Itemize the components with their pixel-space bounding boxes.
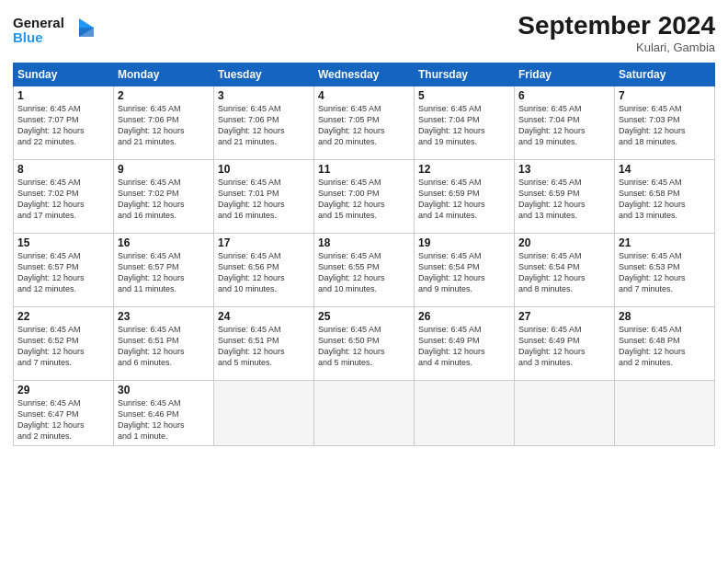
day-info: Sunrise: 6:45 AM Sunset: 7:06 PM Dayligh… xyxy=(118,103,210,148)
calendar-cell: 16Sunrise: 6:45 AM Sunset: 6:57 PM Dayli… xyxy=(114,234,214,307)
day-number: 24 xyxy=(218,310,310,323)
day-info: Sunrise: 6:45 AM Sunset: 6:57 PM Dayligh… xyxy=(118,250,210,295)
calendar-cell: 2Sunrise: 6:45 AM Sunset: 7:06 PM Daylig… xyxy=(114,86,214,160)
day-of-week-header: Friday xyxy=(515,63,615,86)
day-info: Sunrise: 6:45 AM Sunset: 7:07 PM Dayligh… xyxy=(17,103,109,148)
day-number: 18 xyxy=(318,236,410,249)
day-info: Sunrise: 6:45 AM Sunset: 6:52 PM Dayligh… xyxy=(17,324,109,369)
day-info: Sunrise: 6:45 AM Sunset: 6:46 PM Dayligh… xyxy=(118,397,210,442)
calendar-cell: 6Sunrise: 6:45 AM Sunset: 7:04 PM Daylig… xyxy=(515,86,615,160)
calendar-cell: 23Sunrise: 6:45 AM Sunset: 6:51 PM Dayli… xyxy=(114,307,214,381)
calendar-cell: 21Sunrise: 6:45 AM Sunset: 6:53 PM Dayli… xyxy=(615,234,715,307)
calendar-cell: 18Sunrise: 6:45 AM Sunset: 6:55 PM Dayli… xyxy=(314,234,415,307)
calendar-cell: 11Sunrise: 6:45 AM Sunset: 7:00 PM Dayli… xyxy=(314,160,415,234)
calendar-cell: 27Sunrise: 6:45 AM Sunset: 6:49 PM Dayli… xyxy=(515,307,615,381)
calendar-cell: 17Sunrise: 6:45 AM Sunset: 6:56 PM Dayli… xyxy=(214,234,314,307)
day-number: 7 xyxy=(619,89,711,102)
day-info: Sunrise: 6:45 AM Sunset: 6:57 PM Dayligh… xyxy=(17,250,109,295)
day-number: 15 xyxy=(17,236,109,249)
calendar-cell: 19Sunrise: 6:45 AM Sunset: 6:54 PM Dayli… xyxy=(415,234,515,307)
day-info: Sunrise: 6:45 AM Sunset: 6:54 PM Dayligh… xyxy=(518,250,610,295)
calendar-cell: 14Sunrise: 6:45 AM Sunset: 6:58 PM Dayli… xyxy=(615,160,715,234)
calendar-cell: 29Sunrise: 6:45 AM Sunset: 6:47 PM Dayli… xyxy=(14,381,114,446)
day-of-week-header: Saturday xyxy=(615,63,715,86)
calendar-cell: 26Sunrise: 6:45 AM Sunset: 6:49 PM Dayli… xyxy=(415,307,515,381)
day-number: 12 xyxy=(418,163,510,176)
calendar-cell: 5Sunrise: 6:45 AM Sunset: 7:04 PM Daylig… xyxy=(415,86,515,160)
day-number: 10 xyxy=(218,163,310,176)
day-info: Sunrise: 6:45 AM Sunset: 6:54 PM Dayligh… xyxy=(418,250,510,295)
day-info: Sunrise: 6:45 AM Sunset: 6:49 PM Dayligh… xyxy=(518,324,610,369)
logo: General Blue xyxy=(13,11,96,55)
calendar-cell xyxy=(415,381,515,446)
day-number: 22 xyxy=(17,310,109,323)
calendar-cell: 13Sunrise: 6:45 AM Sunset: 6:59 PM Dayli… xyxy=(515,160,615,234)
day-info: Sunrise: 6:45 AM Sunset: 7:02 PM Dayligh… xyxy=(17,177,109,222)
calendar-cell: 22Sunrise: 6:45 AM Sunset: 6:52 PM Dayli… xyxy=(14,307,114,381)
day-of-week-header: Monday xyxy=(114,63,214,86)
day-number: 29 xyxy=(17,384,109,396)
day-info: Sunrise: 6:45 AM Sunset: 6:51 PM Dayligh… xyxy=(218,324,310,369)
day-info: Sunrise: 6:45 AM Sunset: 6:50 PM Dayligh… xyxy=(318,324,410,369)
calendar-cell xyxy=(615,381,715,446)
svg-text:General: General xyxy=(13,15,64,30)
day-number: 26 xyxy=(418,310,510,323)
day-info: Sunrise: 6:45 AM Sunset: 7:06 PM Dayligh… xyxy=(218,103,310,148)
day-number: 1 xyxy=(17,89,109,102)
day-info: Sunrise: 6:45 AM Sunset: 6:56 PM Dayligh… xyxy=(218,250,310,295)
day-info: Sunrise: 6:45 AM Sunset: 6:51 PM Dayligh… xyxy=(118,324,210,369)
day-number: 28 xyxy=(619,310,711,323)
day-info: Sunrise: 6:45 AM Sunset: 6:59 PM Dayligh… xyxy=(518,177,610,222)
svg-marker-3 xyxy=(79,28,94,37)
calendar-cell: 7Sunrise: 6:45 AM Sunset: 7:03 PM Daylig… xyxy=(615,86,715,160)
calendar-cell xyxy=(515,381,615,446)
svg-text:Blue: Blue xyxy=(13,29,43,45)
day-info: Sunrise: 6:45 AM Sunset: 7:04 PM Dayligh… xyxy=(518,103,610,148)
day-number: 17 xyxy=(218,236,310,249)
day-info: Sunrise: 6:45 AM Sunset: 7:01 PM Dayligh… xyxy=(218,177,310,222)
day-number: 13 xyxy=(518,163,610,176)
calendar-cell: 12Sunrise: 6:45 AM Sunset: 6:59 PM Dayli… xyxy=(415,160,515,234)
day-number: 6 xyxy=(518,89,610,102)
logo-icon: General Blue xyxy=(13,11,96,52)
day-info: Sunrise: 6:45 AM Sunset: 6:49 PM Dayligh… xyxy=(418,324,510,369)
day-number: 16 xyxy=(118,236,210,249)
calendar-cell: 28Sunrise: 6:45 AM Sunset: 6:48 PM Dayli… xyxy=(615,307,715,381)
calendar-body: 1Sunrise: 6:45 AM Sunset: 7:07 PM Daylig… xyxy=(14,86,715,446)
day-info: Sunrise: 6:45 AM Sunset: 6:55 PM Dayligh… xyxy=(318,250,410,295)
day-info: Sunrise: 6:45 AM Sunset: 7:00 PM Dayligh… xyxy=(318,177,410,222)
calendar-cell: 15Sunrise: 6:45 AM Sunset: 6:57 PM Dayli… xyxy=(14,234,114,307)
day-number: 9 xyxy=(118,163,210,176)
day-info: Sunrise: 6:45 AM Sunset: 6:53 PM Dayligh… xyxy=(619,250,711,295)
subtitle: Kulari, Gambia xyxy=(518,40,715,54)
day-number: 8 xyxy=(17,163,109,176)
day-info: Sunrise: 6:45 AM Sunset: 7:05 PM Dayligh… xyxy=(318,103,410,148)
day-number: 20 xyxy=(518,236,610,249)
day-number: 4 xyxy=(318,89,410,102)
calendar-cell: 1Sunrise: 6:45 AM Sunset: 7:07 PM Daylig… xyxy=(14,86,114,160)
day-of-week-header: Tuesday xyxy=(214,63,314,86)
day-info: Sunrise: 6:45 AM Sunset: 6:58 PM Dayligh… xyxy=(619,177,711,222)
day-info: Sunrise: 6:45 AM Sunset: 7:02 PM Dayligh… xyxy=(118,177,210,222)
calendar-cell: 24Sunrise: 6:45 AM Sunset: 6:51 PM Dayli… xyxy=(214,307,314,381)
day-info: Sunrise: 6:45 AM Sunset: 7:03 PM Dayligh… xyxy=(619,103,711,148)
header: General Blue September 2024 Kulari, Gamb… xyxy=(13,11,715,55)
calendar-cell: 25Sunrise: 6:45 AM Sunset: 6:50 PM Dayli… xyxy=(314,307,415,381)
calendar-cell xyxy=(314,381,415,446)
day-number: 21 xyxy=(619,236,711,249)
day-info: Sunrise: 6:45 AM Sunset: 6:59 PM Dayligh… xyxy=(418,177,510,222)
day-number: 11 xyxy=(318,163,410,176)
calendar-cell: 10Sunrise: 6:45 AM Sunset: 7:01 PM Dayli… xyxy=(214,160,314,234)
calendar-cell: 20Sunrise: 6:45 AM Sunset: 6:54 PM Dayli… xyxy=(515,234,615,307)
calendar: SundayMondayTuesdayWednesdayThursdayFrid… xyxy=(13,63,715,446)
day-number: 30 xyxy=(118,384,210,396)
day-info: Sunrise: 6:45 AM Sunset: 6:47 PM Dayligh… xyxy=(17,397,109,442)
calendar-cell: 3Sunrise: 6:45 AM Sunset: 7:06 PM Daylig… xyxy=(214,86,314,160)
day-number: 14 xyxy=(619,163,711,176)
day-number: 19 xyxy=(418,236,510,249)
day-number: 25 xyxy=(318,310,410,323)
calendar-cell: 8Sunrise: 6:45 AM Sunset: 7:02 PM Daylig… xyxy=(14,160,114,234)
month-title: September 2024 xyxy=(518,11,715,40)
day-number: 3 xyxy=(218,89,310,102)
day-number: 2 xyxy=(118,89,210,102)
